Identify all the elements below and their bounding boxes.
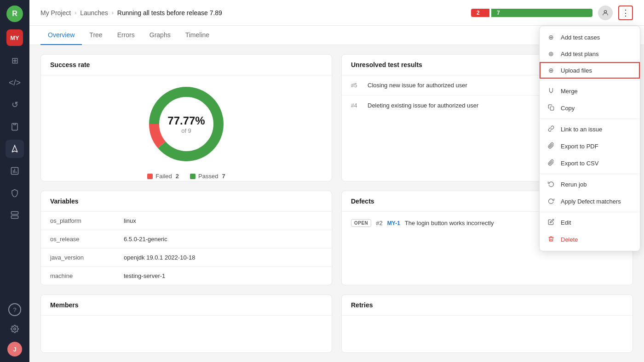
failed-count: 2: [471, 9, 489, 17]
menu-separator-2: [540, 119, 640, 119]
menu-label: Export to CSV: [561, 160, 598, 167]
menu-label: Upload files: [561, 67, 592, 74]
security-icon[interactable]: [6, 184, 24, 202]
menu-merge[interactable]: Merge: [540, 83, 640, 100]
clipboard-icon[interactable]: [6, 118, 24, 136]
tab-timeline[interactable]: Timeline: [178, 26, 217, 45]
defect-badge: OPEN: [351, 219, 371, 227]
variables-title: Variables: [41, 191, 332, 212]
menu-label: Add test cases: [561, 34, 600, 41]
menu-label: Merge: [561, 88, 578, 95]
add-circle-icon: ⊕: [547, 34, 555, 41]
menu-label: Rerun job: [561, 181, 586, 188]
svg-point-10: [604, 10, 606, 12]
members-card: Members: [40, 294, 332, 353]
failed-dot: [147, 174, 153, 179]
variable-row: machine testing-server-1: [41, 267, 332, 285]
variable-row: os_release 6.5.0-21-generic: [41, 230, 332, 249]
issue-num-4: #4: [351, 102, 362, 109]
success-rate-title: Success rate: [41, 55, 332, 75]
failed-count: 2: [176, 173, 179, 180]
members-title: Members: [41, 295, 332, 316]
tab-tree[interactable]: Tree: [82, 26, 109, 45]
tab-graphs[interactable]: Graphs: [142, 26, 178, 45]
passed-dot: [190, 174, 196, 179]
breadcrumb-sep-1: ›: [75, 10, 76, 16]
svg-rect-6: [12, 216, 18, 219]
launch-icon[interactable]: [6, 140, 24, 158]
var-key: os_release: [41, 230, 115, 249]
copy-icon: [547, 104, 555, 112]
var-val: testing-server-1: [115, 267, 332, 285]
defect-issue-num: #2: [376, 220, 382, 226]
variables-card: Variables os_platform linux os_release 6…: [40, 191, 332, 285]
progress-bar: 2 7: [471, 7, 592, 18]
var-val: linux: [115, 212, 332, 230]
members-body: [41, 316, 332, 352]
var-key: machine: [41, 267, 115, 285]
rerun-icon: [547, 181, 555, 188]
breadcrumb-launches[interactable]: Launches: [80, 9, 108, 17]
passed-label: Passed: [198, 173, 218, 180]
dropdown-menu: ⊕ Add test cases ⊕ Add test plans ⊕ Uplo…: [539, 26, 640, 251]
menu-separator-3: [540, 174, 640, 174]
menu-add-test-cases[interactable]: ⊕ Add test cases: [540, 29, 640, 45]
dashboard-icon[interactable]: ⊞: [6, 51, 24, 70]
settings-icon[interactable]: [6, 320, 24, 338]
donut-chart: 77.77% of 9 Failed 2 Passed 7: [41, 75, 332, 181]
chart-icon[interactable]: [6, 162, 24, 180]
retries-body: [342, 316, 632, 352]
menu-rerun-job[interactable]: Rerun job: [540, 176, 640, 193]
code-icon[interactable]: </>: [6, 74, 24, 92]
svg-rect-0: [14, 124, 16, 125]
retries-title: Retries: [342, 295, 632, 316]
upload-icon: ⊕: [547, 67, 555, 74]
project-avatar[interactable]: MY: [6, 29, 23, 46]
tab-overview[interactable]: Overview: [40, 26, 82, 45]
retries-card: Retries: [341, 294, 633, 353]
var-val: 6.5.0-21-generic: [115, 230, 332, 249]
menu-delete[interactable]: Delete: [540, 231, 640, 248]
svg-rect-5: [12, 212, 18, 215]
menu-separator: [540, 80, 640, 81]
menu-edit[interactable]: Edit: [540, 214, 640, 231]
menu-export-csv[interactable]: Export to CSV: [540, 155, 640, 172]
var-key: os_platform: [41, 212, 115, 230]
sidebar: R MY ⊞ </> ↺ ? J: [0, 0, 29, 362]
help-icon[interactable]: ?: [8, 303, 21, 316]
menu-label: Link to an issue: [561, 126, 602, 133]
header-user-icon[interactable]: [598, 6, 613, 20]
variable-row: java_version openjdk 19.0.1 2022-10-18: [41, 249, 332, 267]
add-circle-icon-2: ⊕: [547, 50, 555, 57]
svg-rect-14: [550, 107, 554, 110]
passed-count: 7: [222, 173, 225, 180]
chart-legend: Failed 2 Passed 7: [147, 173, 225, 180]
menu-copy[interactable]: Copy: [540, 100, 640, 117]
more-options-button[interactable]: ⋮: [618, 6, 633, 20]
menu-label: Delete: [561, 236, 578, 243]
paperclip-icon-2: [547, 159, 555, 167]
failed-label: Failed: [155, 173, 172, 180]
storage-icon[interactable]: [6, 206, 24, 224]
issue-text-5: Closing new issue for authorized user: [368, 82, 467, 89]
user-avatar-icon[interactable]: J: [7, 342, 22, 356]
success-rate-card: Success rate 77.77% of 9: [40, 54, 332, 181]
menu-upload-files[interactable]: ⊕ Upload files: [540, 62, 640, 79]
defect-link[interactable]: MY-1: [387, 220, 400, 226]
header-right: 2 7 ⋮: [471, 6, 633, 20]
donut-sub: of 9: [167, 127, 205, 134]
merge-icon: [547, 87, 555, 95]
refresh-icon[interactable]: ↺: [6, 96, 24, 114]
menu-apply-defect-matchers[interactable]: Apply Defect matchers: [540, 193, 640, 210]
menu-link-issue[interactable]: Link to an issue: [540, 121, 640, 138]
menu-add-test-plans[interactable]: ⊕ Add test plans: [540, 45, 640, 62]
variable-row: os_platform linux: [41, 212, 332, 230]
menu-export-pdf[interactable]: Export to PDF: [540, 138, 640, 155]
paperclip-icon: [547, 142, 555, 150]
svg-point-9: [14, 328, 16, 330]
page-header: My Project › Launches › Running all test…: [29, 0, 644, 26]
menu-label: Copy: [561, 105, 575, 112]
breadcrumb-project[interactable]: My Project: [40, 9, 71, 17]
tab-errors[interactable]: Errors: [110, 26, 142, 45]
link-icon: [547, 125, 555, 133]
